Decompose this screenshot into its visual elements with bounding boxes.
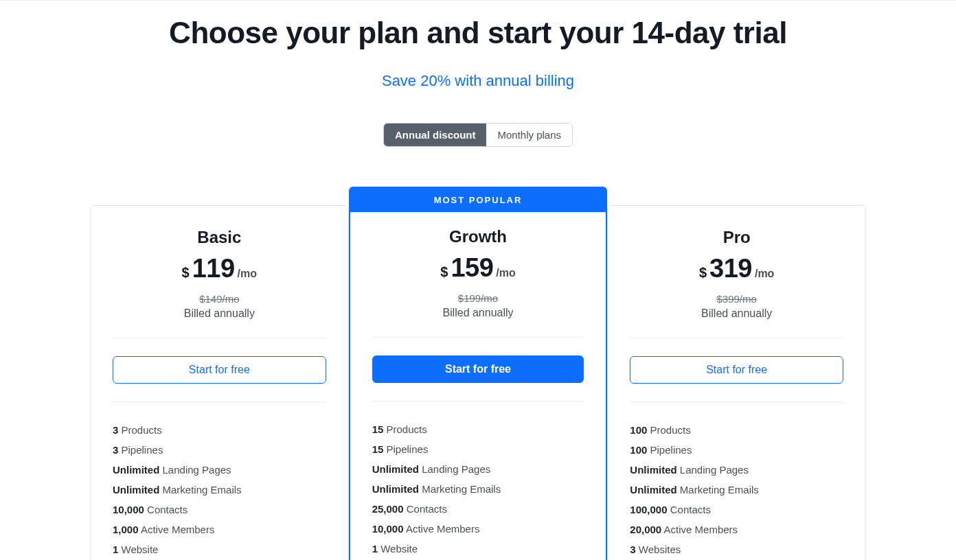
feature-label: Marketing Emails [677,484,759,495]
billing-note: Billed annually [372,307,584,319]
feature-value: Unlimited [372,483,419,495]
original-price: $149/mo [113,293,326,305]
feature-list: 3 Products3 PipelinesUnlimited Landing P… [113,420,326,560]
start-free-button[interactable]: Start for free [113,356,326,384]
feature-item: 10,000 Contacts [113,500,326,520]
divider [113,401,326,402]
feature-label: Website [378,543,418,555]
feature-value: Unlimited [113,484,159,495]
feature-item: 3 Websites [630,539,843,559]
feature-value: 100 [630,444,647,456]
currency-symbol: $ [699,265,707,281]
feature-label: Active Members [139,524,215,535]
price-period: /mo [496,267,515,279]
feature-item: Unlimited Marketing Emails [113,480,326,500]
billing-toggle: Annual discount Monthly plans [383,123,573,147]
price-value: 319 [709,254,752,283]
feature-value: 100,000 [630,504,667,515]
feature-item: 100 Pipelines [630,440,843,460]
feature-item: 100 Products [630,420,843,440]
feature-label: Pipelines [118,444,163,456]
feature-item: Unlimited Marketing Emails [372,479,584,499]
feature-value: 1 [372,543,378,555]
feature-value: 10,000 [372,523,404,535]
feature-value: Unlimited [630,464,676,476]
feature-item: Unlimited Landing Pages [372,459,584,479]
feature-value: Unlimited [630,484,676,495]
divider [630,401,843,402]
price-value: 119 [192,254,235,283]
feature-item: 15 Products [372,419,584,439]
feature-label: Pipelines [383,443,428,455]
plan-name: Growth [372,227,584,246]
feature-list: 15 Products15 PipelinesUnlimited Landing… [372,419,584,560]
feature-label: Products [647,424,690,436]
feature-list: 100 Products100 PipelinesUnlimited Landi… [630,420,843,560]
feature-label: Contacts [144,504,187,515]
feature-item: 3 Pipelines [113,440,326,460]
feature-value: 20,000 [630,524,661,535]
divider [372,401,584,401]
plan-growth: MOST POPULAR Growth $ 159 /mo $199/mo Bi… [349,187,608,560]
feature-item: 1 Website [113,539,326,559]
plans-grid: Basic $ 119 /mo $149/mo Billed annually … [90,187,866,560]
feature-item: 15 Pipelines [372,439,584,459]
feature-value: Unlimited [113,464,159,476]
feature-value: 3 [630,544,635,555]
feature-label: Products [118,424,161,436]
feature-value: 10,000 [113,504,144,515]
feature-item: 20,000 Active Members [630,520,843,539]
feature-value: 15 [372,443,384,455]
feature-item: 1 Website [372,539,584,559]
feature-item: 1,000 Active Members [113,520,326,539]
feature-value: Unlimited [372,463,419,475]
billing-note: Billed annually [113,307,326,320]
start-free-button[interactable]: Start for free [372,355,584,383]
price-period: /mo [238,268,257,280]
feature-item: 10,000 Active Members [372,519,584,539]
price-period: /mo [755,268,774,280]
plan-name: Pro [630,228,843,247]
price-row: $ 159 /mo [372,253,584,283]
price-row: $ 319 /mo [630,254,843,283]
plan-basic: Basic $ 119 /mo $149/mo Billed annually … [90,205,349,560]
feature-value: 25,000 [372,503,404,515]
plan-pro: Pro $ 319 /mo $399/mo Billed annually St… [607,205,866,560]
feature-label: Pipelines [647,444,692,456]
feature-value: 15 [372,423,384,435]
divider [372,337,584,338]
feature-label: Marketing Emails [159,484,241,495]
billing-note: Billed annually [630,307,843,320]
page-subhead: Save 20% with annual billing [90,72,866,90]
page-headline: Choose your plan and start your 14-day t… [90,16,866,50]
feature-label: Marketing Emails [419,483,501,495]
feature-value: 1,000 [113,524,139,535]
feature-item: Unlimited Landing Pages [630,460,843,480]
feature-value: 100 [630,424,647,436]
price-value: 159 [451,253,493,283]
feature-item: 25,000 Contacts [372,499,584,519]
feature-item: Unlimited Landing Pages [113,460,326,480]
most-popular-badge: MOST POPULAR [350,188,606,212]
currency-symbol: $ [440,264,448,280]
feature-label: Landing Pages [159,464,231,476]
feature-item: Unlimited Marketing Emails [630,480,843,500]
feature-item: 100,000 Contacts [630,500,843,520]
price-row: $ 119 /mo [113,254,326,283]
currency-symbol: $ [182,265,190,281]
feature-label: Active Members [661,524,738,535]
original-price: $199/mo [372,292,584,304]
original-price: $399/mo [630,293,843,305]
feature-label: Websites [636,544,681,555]
feature-label: Products [383,423,426,435]
tab-monthly[interactable]: Monthly plans [486,124,572,146]
feature-label: Contacts [404,503,447,515]
feature-label: Contacts [668,504,711,515]
feature-label: Landing Pages [419,463,490,475]
start-free-button[interactable]: Start for free [630,356,843,384]
feature-label: Website [118,544,158,555]
feature-label: Active Members [404,523,480,535]
feature-label: Landing Pages [677,464,749,476]
divider [630,338,843,338]
tab-annual[interactable]: Annual discount [384,124,487,146]
